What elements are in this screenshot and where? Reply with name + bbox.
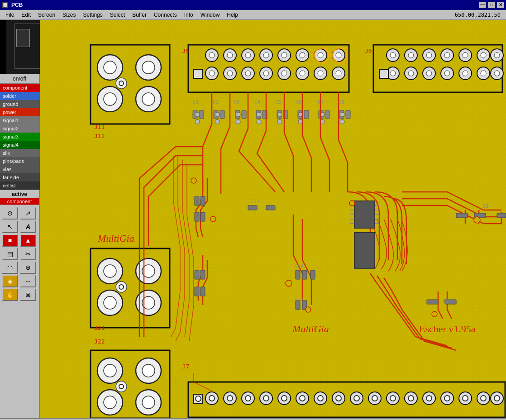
minimize-button[interactable]: — bbox=[479, 2, 486, 8]
menu-edit[interactable]: Edit bbox=[18, 11, 34, 19]
layer-vias[interactable]: vias bbox=[0, 165, 40, 173]
menu-file[interactable]: File bbox=[2, 11, 18, 19]
cursor-tool[interactable]: ↖ bbox=[2, 220, 18, 233]
c14-label: C14 bbox=[192, 196, 201, 201]
via-tool[interactable]: ⊙ bbox=[2, 207, 18, 220]
svg-point-123 bbox=[257, 112, 261, 117]
svg-point-205 bbox=[481, 396, 486, 401]
svg-point-197 bbox=[408, 396, 414, 401]
menu-settings[interactable]: Settings bbox=[79, 11, 106, 19]
layer-signal4[interactable]: signal4 bbox=[0, 141, 40, 149]
layer-signal1[interactable]: signal1 bbox=[0, 116, 40, 124]
layer-ground[interactable]: ground bbox=[0, 100, 40, 108]
svg-point-38 bbox=[119, 384, 124, 389]
strip-tool[interactable]: ▤ bbox=[2, 248, 18, 260]
svg-point-75 bbox=[408, 52, 414, 58]
svg-point-207 bbox=[494, 396, 500, 401]
fill-tool[interactable]: ▲ bbox=[20, 234, 36, 247]
svg-point-177 bbox=[227, 396, 233, 401]
svg-point-97 bbox=[481, 71, 486, 76]
maximize-button[interactable]: □ bbox=[488, 2, 495, 8]
menu-screen[interactable]: Screen bbox=[34, 11, 59, 19]
svg-point-183 bbox=[282, 396, 287, 401]
svg-point-16 bbox=[142, 93, 155, 105]
menu-window[interactable]: Window bbox=[197, 11, 224, 19]
svg-rect-152 bbox=[200, 287, 205, 296]
svg-rect-112 bbox=[304, 110, 309, 119]
menu-sizes[interactable]: Sizes bbox=[59, 11, 79, 19]
svg-text:C2: C2 bbox=[213, 99, 219, 105]
window-title: PCB bbox=[11, 2, 478, 8]
close-button[interactable]: ✕ bbox=[497, 2, 504, 8]
svg-rect-147 bbox=[195, 212, 199, 221]
svg-point-46 bbox=[263, 52, 269, 58]
svg-rect-158 bbox=[302, 270, 307, 279]
svg-point-44 bbox=[245, 52, 251, 58]
svg-point-24 bbox=[104, 296, 116, 309]
active-label: active bbox=[0, 190, 39, 198]
layer-signal3[interactable]: signal3 bbox=[0, 133, 40, 141]
svg-rect-100 bbox=[379, 69, 388, 78]
menu-select[interactable]: Select bbox=[106, 11, 129, 19]
svg-point-42 bbox=[227, 52, 233, 58]
svg-point-166 bbox=[210, 216, 216, 222]
layer-farside[interactable]: far side bbox=[0, 173, 40, 181]
c12-label: C12 bbox=[294, 297, 303, 303]
svg-rect-157 bbox=[296, 270, 300, 279]
measure-tool[interactable]: ⊕ bbox=[20, 261, 36, 274]
multigia-label-1: MultiGia bbox=[97, 233, 134, 244]
svg-text:C1: C1 bbox=[193, 99, 199, 105]
layer-silk[interactable]: silk bbox=[0, 149, 40, 157]
svg-text:C5: C5 bbox=[275, 99, 281, 105]
menu-connects[interactable]: Connects bbox=[150, 11, 181, 19]
svg-point-195 bbox=[390, 396, 396, 401]
j7-label: J7 bbox=[182, 363, 190, 370]
text-tool[interactable]: A bbox=[20, 220, 36, 233]
svg-rect-106 bbox=[242, 110, 246, 119]
layer-power[interactable]: power bbox=[0, 108, 40, 116]
svg-point-79 bbox=[444, 52, 450, 58]
svg-point-68 bbox=[318, 71, 323, 76]
route-tool[interactable]: ↗ bbox=[20, 207, 36, 220]
svg-point-172 bbox=[432, 311, 437, 317]
layer-component[interactable]: component bbox=[0, 84, 40, 92]
svg-point-201 bbox=[444, 396, 450, 401]
onoff-button[interactable]: on/off bbox=[0, 74, 39, 84]
svg-point-175 bbox=[209, 396, 215, 401]
menu-info[interactable]: Info bbox=[181, 11, 197, 19]
arc-tool[interactable]: ◠ bbox=[2, 261, 18, 274]
select-tool[interactable]: ◈ bbox=[2, 275, 18, 287]
layer-netlist[interactable]: netlist bbox=[0, 181, 40, 190]
svg-point-93 bbox=[444, 71, 450, 76]
j11-label: J11 bbox=[94, 124, 105, 130]
svg-point-73 bbox=[390, 52, 396, 58]
menu-help[interactable]: Help bbox=[223, 11, 242, 19]
svg-point-85 bbox=[494, 52, 500, 58]
coordinates-display: 650.00,2821.50 bbox=[451, 11, 504, 19]
svg-point-60 bbox=[245, 71, 251, 76]
svg-point-203 bbox=[463, 396, 468, 401]
layer-pinspads[interactable]: pins/pads bbox=[0, 157, 40, 165]
svg-rect-114 bbox=[325, 110, 329, 119]
svg-point-99 bbox=[494, 71, 500, 76]
hand-tool[interactable]: ✋ bbox=[2, 288, 18, 301]
cut-tool[interactable]: ✂ bbox=[20, 248, 36, 260]
svg-point-118 bbox=[195, 119, 200, 124]
svg-point-77 bbox=[426, 52, 432, 58]
lock-tool[interactable]: ⊠ bbox=[20, 288, 36, 301]
svg-point-87 bbox=[390, 71, 396, 76]
statusbar: component, grid=1.00:10,45_/,R, line=10.… bbox=[0, 418, 506, 420]
svg-point-122 bbox=[236, 119, 240, 124]
svg-rect-133 bbox=[354, 201, 375, 228]
rect-tool[interactable]: ■ bbox=[2, 234, 18, 247]
flip-tool[interactable]: ↔ bbox=[20, 275, 36, 287]
svg-point-185 bbox=[300, 396, 305, 401]
menu-buffer[interactable]: Buffer bbox=[129, 11, 150, 19]
svg-point-187 bbox=[318, 396, 323, 401]
layer-solder[interactable]: solder bbox=[0, 92, 40, 100]
svg-rect-134 bbox=[354, 233, 375, 269]
layer-signal2[interactable]: signal2 bbox=[0, 124, 40, 133]
svg-point-48 bbox=[282, 52, 287, 58]
pcb-canvas[interactable]: J5 J6 J11 J12 J21 J22 J7 C1 C2 C3 C4 C5 … bbox=[40, 20, 506, 418]
svg-text:C6: C6 bbox=[296, 99, 302, 105]
